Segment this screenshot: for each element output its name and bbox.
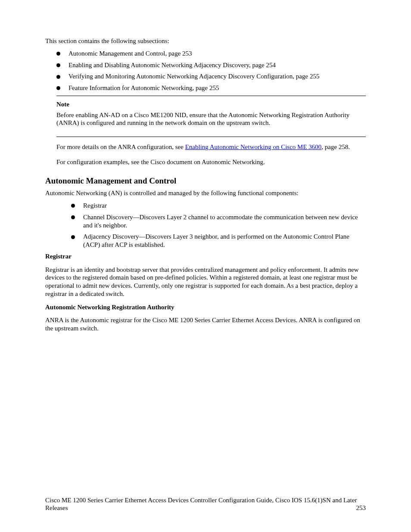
note-box: Note Before enabling AN-AD on a Cisco ME…	[56, 100, 366, 127]
list-item: Adjacency Discovery—Discovers Layer 3 ne…	[71, 233, 366, 249]
section-bullet-list: Registrar Channel Discovery—Discovers La…	[71, 202, 366, 249]
section-lead: Autonomic Networking (AN) is controlled …	[45, 189, 366, 197]
list-item: Registrar	[71, 202, 366, 210]
divider	[56, 137, 366, 137]
config-examples: For configuration examples, see the Cisc…	[56, 158, 366, 166]
see-also-page: , page 258.	[321, 143, 350, 150]
section-heading: Autonomic Management and Control	[45, 176, 366, 186]
subsection-title-registrar: Registrar	[45, 252, 366, 261]
list-item: Feature Information for Autonomic Networ…	[56, 84, 366, 92]
list-item: Enabling and Disabling Autonomic Network…	[56, 61, 366, 69]
list-item: Verifying and Monitoring Autonomic Netwo…	[56, 72, 366, 81]
divider	[56, 96, 366, 96]
see-also-paragraph: For more details on the ANRA configurati…	[56, 143, 366, 151]
intro-bullet-list: Autonomic Management and Control, page 2…	[56, 50, 366, 92]
footer-title: Cisco ME 1200 Series Carrier Ethernet Ac…	[45, 496, 366, 513]
intro-paragraph: This section contains the following subs…	[45, 37, 366, 45]
page: This section contains the following subs…	[0, 0, 411, 532]
note-title: Note	[56, 100, 366, 109]
page-number: 253	[356, 504, 366, 512]
see-also: For more details on the ANRA configurati…	[56, 143, 366, 151]
subsection-title-anra: Autonomic Networking Registration Author…	[45, 303, 366, 311]
intro-section: This section contains the following subs…	[45, 37, 366, 166]
see-also-link[interactable]: Enabling Autonomic Networking on Cisco M…	[185, 143, 322, 150]
note-text: Before enabling AN-AD on a Cisco ME1200 …	[56, 111, 366, 128]
subsection-body-anra: ANRA is the Autonomic registrar for the …	[45, 316, 366, 333]
see-also-prefix: For more details on the ANRA configurati…	[56, 143, 185, 150]
section-body: Autonomic Networking (AN) is controlled …	[45, 189, 366, 333]
list-item: Autonomic Management and Control, page 2…	[56, 50, 366, 58]
list-item: Channel Discovery—Discovers Layer 2 chan…	[71, 213, 366, 230]
config-examples-text: For configuration examples, see the Cisc…	[56, 158, 366, 166]
subsection-body-registrar: Registrar is an identity and bootstrap s…	[45, 266, 366, 298]
